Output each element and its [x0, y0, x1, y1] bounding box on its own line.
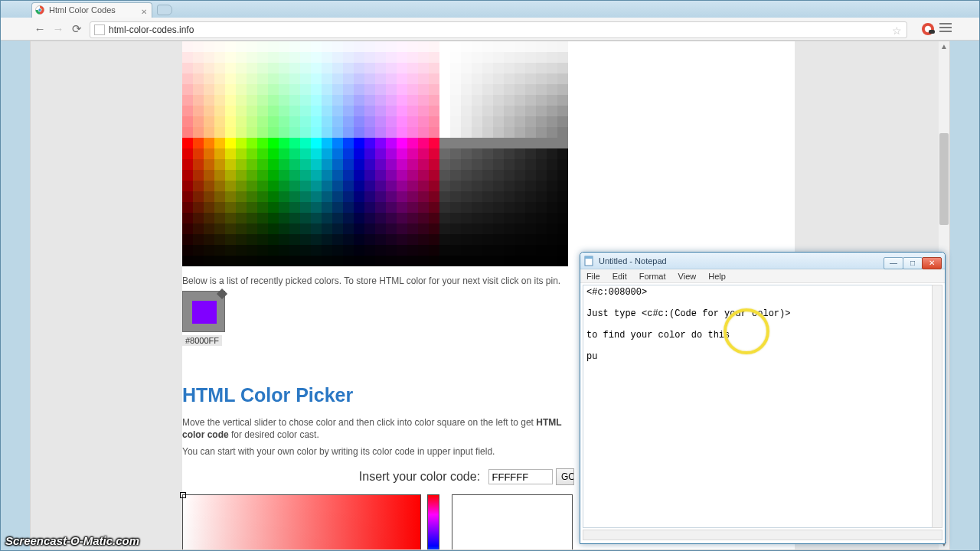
color-cell[interactable] [204, 245, 214, 256]
color-cell[interactable] [461, 84, 472, 95]
color-cell[interactable] [375, 95, 386, 106]
color-cell[interactable] [279, 202, 289, 213]
color-cell[interactable] [300, 73, 311, 84]
color-cell[interactable] [247, 170, 257, 181]
color-cell[interactable] [407, 159, 418, 170]
color-cell[interactable] [354, 159, 364, 170]
color-cell[interactable] [300, 170, 311, 181]
color-cell[interactable] [204, 159, 214, 170]
color-cell[interactable] [547, 191, 557, 202]
color-cell[interactable] [386, 256, 397, 266]
color-cell[interactable] [332, 213, 343, 223]
color-cell[interactable] [557, 191, 568, 202]
color-cell[interactable] [204, 84, 214, 95]
color-cell[interactable] [354, 138, 364, 148]
color-cell[interactable] [536, 234, 547, 245]
saturation-value-box[interactable] [182, 494, 421, 550]
color-cell[interactable] [375, 63, 386, 73]
color-cell[interactable] [429, 256, 439, 266]
color-cell[interactable] [429, 202, 439, 213]
color-cell[interactable] [557, 181, 568, 191]
color-cell[interactable] [493, 63, 504, 73]
color-cell[interactable] [472, 106, 482, 116]
color-cell[interactable] [193, 213, 204, 223]
color-cell[interactable] [322, 95, 332, 106]
color-cell[interactable] [182, 213, 193, 223]
color-cell[interactable] [322, 127, 332, 138]
color-cell[interactable] [386, 106, 397, 116]
color-cell[interactable] [332, 95, 343, 106]
color-cell[interactable] [364, 170, 375, 181]
color-cell[interactable] [547, 106, 557, 116]
color-cell[interactable] [322, 148, 332, 159]
color-cell[interactable] [225, 181, 236, 191]
color-cell[interactable] [461, 95, 472, 106]
color-cell[interactable] [536, 256, 547, 266]
color-cell[interactable] [439, 106, 450, 116]
color-cell[interactable] [364, 202, 375, 213]
color-cell[interactable] [418, 52, 429, 63]
color-cell[interactable] [343, 106, 354, 116]
color-cell[interactable] [439, 84, 450, 95]
color-cell[interactable] [247, 52, 257, 63]
color-cell[interactable] [322, 181, 332, 191]
color-cell[interactable] [375, 213, 386, 223]
color-cell[interactable] [557, 138, 568, 148]
color-cell[interactable] [386, 63, 397, 73]
color-cell[interactable] [236, 84, 247, 95]
color-cell[interactable] [311, 159, 322, 170]
color-cell[interactable] [289, 73, 300, 84]
color-cell[interactable] [525, 245, 536, 256]
color-cell[interactable] [289, 213, 300, 223]
color-cell[interactable] [429, 245, 439, 256]
color-cell[interactable] [397, 116, 407, 127]
color-cell[interactable] [482, 106, 493, 116]
color-cell[interactable] [225, 84, 236, 95]
color-cell[interactable] [300, 159, 311, 170]
color-cell[interactable] [482, 202, 493, 213]
color-cell[interactable] [247, 213, 257, 223]
color-cell[interactable] [343, 52, 354, 63]
color-cell[interactable] [300, 181, 311, 191]
color-cell[interactable] [450, 95, 461, 106]
color-cell[interactable] [386, 84, 397, 95]
color-cell[interactable] [236, 148, 247, 159]
color-cell[interactable] [268, 127, 279, 138]
color-cell[interactable] [397, 95, 407, 106]
color-cell[interactable] [461, 245, 472, 256]
color-cell[interactable] [182, 202, 193, 213]
color-cell[interactable] [193, 138, 204, 148]
color-cell[interactable] [247, 148, 257, 159]
color-cell[interactable] [364, 181, 375, 191]
color-cell[interactable] [268, 63, 279, 73]
color-cell[interactable] [504, 234, 514, 245]
color-cell[interactable] [439, 223, 450, 234]
color-cell[interactable] [397, 73, 407, 84]
color-cell[interactable] [386, 202, 397, 213]
color-cell[interactable] [461, 256, 472, 266]
notepad-titlebar[interactable]: Untitled - Notepad —□✕ [580, 253, 945, 269]
color-cell[interactable] [204, 73, 214, 84]
color-cell[interactable] [257, 202, 268, 213]
color-cell[interactable] [225, 256, 236, 266]
color-cell[interactable] [204, 170, 214, 181]
color-cell[interactable] [354, 106, 364, 116]
color-cell[interactable] [439, 159, 450, 170]
color-cell[interactable] [257, 170, 268, 181]
color-cell[interactable] [182, 84, 193, 95]
color-cell[interactable] [514, 245, 525, 256]
color-cell[interactable] [429, 127, 439, 138]
color-cell[interactable] [268, 106, 279, 116]
color-cell[interactable] [525, 138, 536, 148]
color-cell[interactable] [214, 256, 225, 266]
color-cell[interactable] [547, 234, 557, 245]
color-cell[interactable] [536, 73, 547, 84]
color-cell[interactable] [182, 41, 193, 52]
color-cell[interactable] [514, 148, 525, 159]
color-cell[interactable] [461, 73, 472, 84]
color-cell[interactable] [418, 245, 429, 256]
color-cell[interactable] [493, 202, 504, 213]
color-cell[interactable] [407, 181, 418, 191]
color-cell[interactable] [472, 63, 482, 73]
color-cell[interactable] [450, 170, 461, 181]
